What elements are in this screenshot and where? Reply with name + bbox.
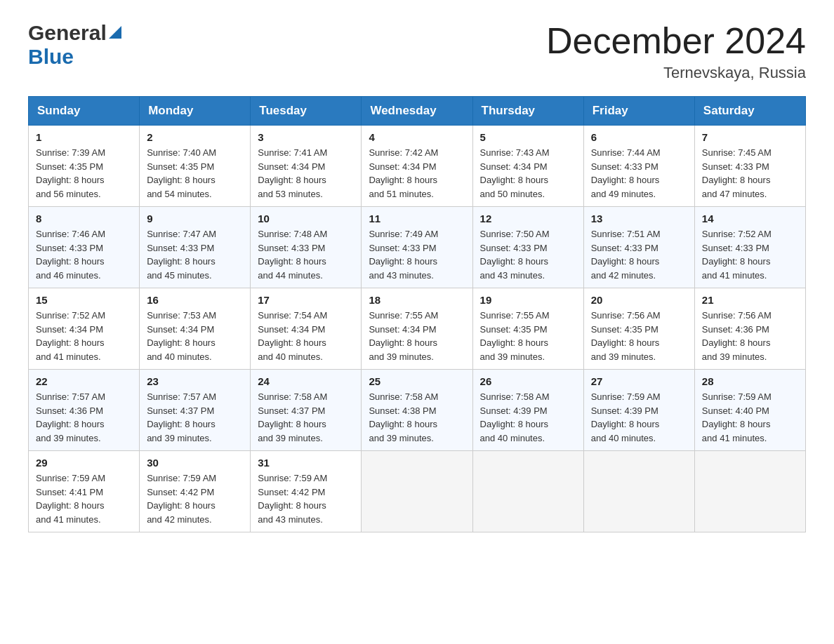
calendar-cell: 12Sunrise: 7:50 AMSunset: 4:33 PMDayligh…: [472, 207, 583, 288]
day-info: Sunrise: 7:57 AMSunset: 4:37 PMDaylight:…: [147, 390, 243, 445]
day-number: 7: [702, 131, 798, 143]
day-number: 16: [147, 294, 243, 306]
day-info: Sunrise: 7:59 AMSunset: 4:42 PMDaylight:…: [147, 471, 243, 526]
calendar-cell: 5Sunrise: 7:43 AMSunset: 4:34 PMDaylight…: [472, 126, 583, 207]
day-number: 19: [480, 294, 576, 306]
calendar-cell: 15Sunrise: 7:52 AMSunset: 4:34 PMDayligh…: [29, 288, 140, 370]
day-info: Sunrise: 7:58 AMSunset: 4:39 PMDaylight:…: [480, 390, 576, 445]
day-number: 31: [258, 457, 354, 469]
day-info: Sunrise: 7:58 AMSunset: 4:37 PMDaylight:…: [258, 390, 354, 445]
day-number: 22: [36, 375, 132, 387]
day-number: 17: [258, 294, 354, 306]
header-wednesday: Wednesday: [362, 97, 472, 126]
calendar-week-row: 29Sunrise: 7:59 AMSunset: 4:41 PMDayligh…: [29, 451, 806, 532]
day-number: 13: [591, 213, 687, 224]
day-info: Sunrise: 7:55 AMSunset: 4:34 PMDaylight:…: [369, 309, 465, 363]
day-number: 29: [36, 457, 132, 469]
calendar-cell: 6Sunrise: 7:44 AMSunset: 4:33 PMDaylight…: [583, 126, 694, 207]
day-number: 1: [36, 131, 132, 143]
calendar-cell: 22Sunrise: 7:57 AMSunset: 4:36 PMDayligh…: [29, 370, 140, 451]
day-info: Sunrise: 7:39 AMSunset: 4:35 PMDaylight:…: [36, 146, 132, 201]
day-info: Sunrise: 7:59 AMSunset: 4:40 PMDaylight:…: [702, 390, 798, 445]
calendar-week-row: 8Sunrise: 7:46 AMSunset: 4:33 PMDaylight…: [29, 207, 806, 288]
day-number: 30: [147, 457, 243, 469]
calendar-cell: [694, 451, 805, 532]
calendar-cell: 8Sunrise: 7:46 AMSunset: 4:33 PMDaylight…: [29, 207, 140, 288]
day-info: Sunrise: 7:45 AMSunset: 4:33 PMDaylight:…: [702, 146, 798, 201]
day-number: 2: [147, 131, 243, 143]
calendar-cell: 4Sunrise: 7:42 AMSunset: 4:34 PMDaylight…: [362, 126, 472, 207]
day-number: 4: [369, 131, 465, 143]
logo-blue-label: Blue: [28, 45, 74, 68]
day-info: Sunrise: 7:47 AMSunset: 4:33 PMDaylight:…: [147, 227, 243, 282]
day-number: 21: [702, 294, 798, 306]
calendar-cell: 13Sunrise: 7:51 AMSunset: 4:33 PMDayligh…: [583, 207, 694, 288]
day-info: Sunrise: 7:52 AMSunset: 4:34 PMDaylight:…: [36, 309, 132, 363]
calendar-cell: 16Sunrise: 7:53 AMSunset: 4:34 PMDayligh…: [140, 288, 251, 370]
day-info: Sunrise: 7:58 AMSunset: 4:38 PMDaylight:…: [369, 390, 465, 445]
calendar-cell: [583, 451, 694, 532]
day-number: 26: [480, 375, 576, 387]
location-title: Ternevskaya, Russia: [546, 64, 806, 82]
day-number: 5: [480, 131, 576, 143]
calendar-cell: 1Sunrise: 7:39 AMSunset: 4:35 PMDaylight…: [29, 126, 140, 207]
calendar-cell: 9Sunrise: 7:47 AMSunset: 4:33 PMDaylight…: [140, 207, 251, 288]
day-number: 6: [591, 131, 687, 143]
header-tuesday: Tuesday: [251, 97, 362, 126]
calendar-cell: 21Sunrise: 7:56 AMSunset: 4:36 PMDayligh…: [694, 288, 805, 370]
calendar-cell: 7Sunrise: 7:45 AMSunset: 4:33 PMDaylight…: [694, 126, 805, 207]
day-info: Sunrise: 7:41 AMSunset: 4:34 PMDaylight:…: [258, 146, 354, 201]
day-number: 28: [702, 375, 798, 387]
day-info: Sunrise: 7:59 AMSunset: 4:42 PMDaylight:…: [258, 471, 354, 526]
day-info: Sunrise: 7:59 AMSunset: 4:41 PMDaylight:…: [36, 471, 132, 526]
day-info: Sunrise: 7:54 AMSunset: 4:34 PMDaylight:…: [258, 309, 354, 363]
day-info: Sunrise: 7:56 AMSunset: 4:35 PMDaylight:…: [591, 309, 687, 363]
calendar-cell: 27Sunrise: 7:59 AMSunset: 4:39 PMDayligh…: [583, 370, 694, 451]
calendar-cell: 14Sunrise: 7:52 AMSunset: 4:33 PMDayligh…: [694, 207, 805, 288]
calendar-cell: 20Sunrise: 7:56 AMSunset: 4:35 PMDayligh…: [583, 288, 694, 370]
logo-triangle-icon: [109, 26, 121, 39]
day-info: Sunrise: 7:50 AMSunset: 4:33 PMDaylight:…: [480, 227, 576, 282]
calendar-cell: 29Sunrise: 7:59 AMSunset: 4:41 PMDayligh…: [29, 451, 140, 532]
day-number: 3: [258, 131, 354, 143]
header-thursday: Thursday: [472, 97, 583, 126]
day-info: Sunrise: 7:51 AMSunset: 4:33 PMDaylight:…: [591, 227, 687, 282]
day-info: Sunrise: 7:44 AMSunset: 4:33 PMDaylight:…: [591, 146, 687, 201]
calendar-week-row: 15Sunrise: 7:52 AMSunset: 4:34 PMDayligh…: [29, 288, 806, 370]
calendar-cell: [472, 451, 583, 532]
calendar-cell: [362, 451, 472, 532]
calendar-cell: 23Sunrise: 7:57 AMSunset: 4:37 PMDayligh…: [140, 370, 251, 451]
header-friday: Friday: [583, 97, 694, 126]
day-number: 9: [147, 213, 243, 224]
day-info: Sunrise: 7:56 AMSunset: 4:36 PMDaylight:…: [702, 309, 798, 363]
logo: General Blue: [28, 21, 121, 69]
calendar-cell: 18Sunrise: 7:55 AMSunset: 4:34 PMDayligh…: [362, 288, 472, 370]
calendar-cell: 3Sunrise: 7:41 AMSunset: 4:34 PMDaylight…: [251, 126, 362, 207]
page-header: General Blue December 2024 Ternevskaya, …: [28, 21, 806, 82]
day-number: 23: [147, 375, 243, 387]
calendar-cell: 17Sunrise: 7:54 AMSunset: 4:34 PMDayligh…: [251, 288, 362, 370]
calendar-week-row: 22Sunrise: 7:57 AMSunset: 4:36 PMDayligh…: [29, 370, 806, 451]
calendar-header-row: SundayMondayTuesdayWednesdayThursdayFrid…: [29, 97, 806, 126]
day-number: 24: [258, 375, 354, 387]
day-number: 8: [36, 213, 132, 224]
title-block: December 2024 Ternevskaya, Russia: [546, 21, 806, 82]
day-number: 14: [702, 213, 798, 224]
day-info: Sunrise: 7:55 AMSunset: 4:35 PMDaylight:…: [480, 309, 576, 363]
day-number: 11: [369, 213, 465, 224]
month-title: December 2024: [546, 21, 806, 61]
day-number: 12: [480, 213, 576, 224]
calendar-cell: 30Sunrise: 7:59 AMSunset: 4:42 PMDayligh…: [140, 451, 251, 532]
day-info: Sunrise: 7:52 AMSunset: 4:33 PMDaylight:…: [702, 227, 798, 282]
logo-blue-text: Blue: [28, 45, 74, 69]
calendar-cell: 2Sunrise: 7:40 AMSunset: 4:35 PMDaylight…: [140, 126, 251, 207]
day-number: 25: [369, 375, 465, 387]
day-info: Sunrise: 7:59 AMSunset: 4:39 PMDaylight:…: [591, 390, 687, 445]
calendar-cell: 31Sunrise: 7:59 AMSunset: 4:42 PMDayligh…: [251, 451, 362, 532]
calendar-week-row: 1Sunrise: 7:39 AMSunset: 4:35 PMDaylight…: [29, 126, 806, 207]
logo-line1: General: [28, 21, 121, 45]
calendar-table: SundayMondayTuesdayWednesdayThursdayFrid…: [28, 96, 806, 532]
day-info: Sunrise: 7:43 AMSunset: 4:34 PMDaylight:…: [480, 146, 576, 201]
header-monday: Monday: [140, 97, 251, 126]
day-info: Sunrise: 7:48 AMSunset: 4:33 PMDaylight:…: [258, 227, 354, 282]
